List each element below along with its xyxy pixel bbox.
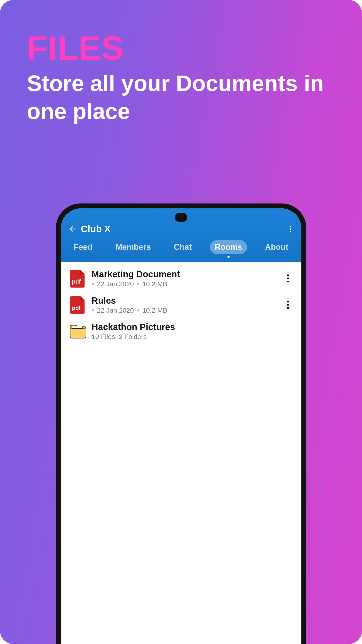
- tabs: FeedMembersChatRoomsAbout: [61, 238, 302, 262]
- pdf-file-icon: pdf: [69, 295, 87, 314]
- file-info: Rules22 Jan 202010.2 MB: [92, 296, 278, 314]
- bullet-icon: [137, 309, 139, 312]
- arrow-left-icon: [69, 225, 77, 233]
- more-vertical-icon: [290, 226, 291, 232]
- tab-label: About: [265, 242, 288, 252]
- svg-rect-3: [72, 326, 82, 328]
- file-name: Hackathon Pictures: [92, 322, 293, 332]
- list-item[interactable]: Hackathon Pictures10 Files, 2 Folders: [67, 318, 295, 344]
- pdf-icon-wrap: pdf: [69, 268, 87, 288]
- folder-summary: 10 Files, 2 Folders: [92, 333, 147, 340]
- phone-frame: Club X FeedMembersChatRoomsAbout pdf Mar…: [56, 204, 306, 644]
- file-size: 10.2 MB: [142, 306, 168, 314]
- promo-card: FILES Store all your Documents in one pl…: [0, 0, 362, 644]
- file-name: Rules: [92, 296, 278, 306]
- tab-active-indicator-icon: [228, 256, 230, 258]
- tab-label: Chat: [174, 242, 192, 252]
- pdf-file-icon: pdf: [69, 269, 87, 288]
- pdf-icon-wrap: pdf: [69, 295, 87, 315]
- tab-rooms[interactable]: Rooms: [210, 240, 247, 254]
- tab-label: Rooms: [215, 242, 242, 252]
- tab-label: Members: [116, 242, 151, 252]
- phone-camera-icon: [175, 213, 187, 222]
- promo-text-block: FILES Store all your Documents in one pl…: [27, 31, 335, 125]
- tab-about[interactable]: About: [260, 240, 293, 254]
- list-item[interactable]: pdf Marketing Document22 Jan 202010.2 MB: [67, 265, 295, 292]
- file-date: 22 Jan 2020: [97, 306, 134, 314]
- file-size: 10.2 MB: [142, 280, 168, 288]
- file-list: pdf Marketing Document22 Jan 202010.2 MB…: [61, 256, 302, 569]
- more-vertical-icon: [287, 301, 289, 309]
- list-item[interactable]: pdf Rules22 Jan 202010.2 MB: [67, 292, 295, 318]
- header-row: Club X: [61, 221, 302, 238]
- file-meta: 22 Jan 202010.2 MB: [92, 306, 278, 314]
- tab-members[interactable]: Members: [111, 240, 156, 254]
- back-button[interactable]: [68, 224, 78, 234]
- folder-icon-wrap: [69, 321, 87, 341]
- header-more-button[interactable]: [287, 224, 295, 234]
- tab-label: Feed: [74, 242, 92, 252]
- folder-icon: [69, 323, 87, 340]
- tab-feed[interactable]: Feed: [69, 240, 98, 254]
- file-name: Marketing Document: [92, 269, 278, 279]
- page-title: Club X: [81, 224, 111, 234]
- tab-chat[interactable]: Chat: [169, 240, 197, 254]
- svg-text:pdf: pdf: [72, 278, 81, 285]
- bullet-icon: [92, 283, 94, 285]
- more-vertical-icon: [287, 274, 289, 282]
- bullet-icon: [137, 283, 139, 285]
- promo-subtitle: Store all your Documents in one place: [27, 69, 335, 125]
- phone-screen: Club X FeedMembersChatRoomsAbout pdf Mar…: [61, 208, 302, 644]
- promo-title: FILES: [27, 31, 335, 65]
- svg-text:pdf: pdf: [72, 305, 81, 311]
- file-info: Marketing Document22 Jan 202010.2 MB: [92, 269, 278, 288]
- file-meta: 10 Files, 2 Folders: [92, 333, 293, 340]
- file-meta: 22 Jan 202010.2 MB: [92, 280, 278, 288]
- file-more-button[interactable]: [282, 298, 293, 311]
- file-date: 22 Jan 2020: [97, 280, 134, 288]
- bullet-icon: [92, 309, 94, 312]
- file-more-button[interactable]: [282, 272, 293, 285]
- file-info: Hackathon Pictures10 Files, 2 Folders: [92, 322, 293, 340]
